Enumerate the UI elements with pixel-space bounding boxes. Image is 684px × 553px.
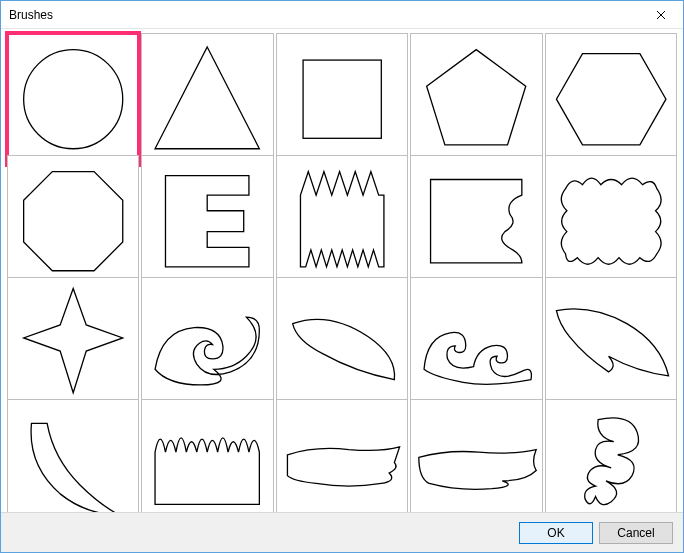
titlebar: Brushes <box>1 1 683 29</box>
brush-item[interactable]: HATCH-BRUSH-104 <box>410 33 542 153</box>
brush-thumb-wrap <box>410 155 542 287</box>
brush-item[interactable]: HATCH-BRUSH-201 <box>141 155 273 275</box>
brush-thumb-wrap <box>545 155 677 287</box>
brush-thumb-wrap <box>276 33 408 165</box>
brush-thumb-wrap <box>545 399 677 512</box>
brush-thumbnail <box>545 399 677 512</box>
brush-item[interactable]: HATCH-BRUSH-103 <box>276 33 408 153</box>
close-icon <box>656 10 666 20</box>
brush-item[interactable]: HATCH-BRUSH-302 <box>141 277 273 397</box>
brush-thumbnail <box>410 277 542 409</box>
brush-thumbnail <box>7 155 139 287</box>
window-title: Brushes <box>9 8 639 22</box>
ok-button[interactable]: OK <box>519 522 593 544</box>
brush-item[interactable]: HATCH-BRUSH-105 <box>545 33 677 153</box>
brush-item[interactable]: HATCH-BRUSH-305 <box>545 277 677 397</box>
brush-item[interactable]: HATCH-BRUSH-203 <box>410 155 542 275</box>
svg-marker-3 <box>427 50 526 145</box>
svg-marker-1 <box>155 47 259 149</box>
svg-point-0 <box>24 50 123 149</box>
brush-thumbnail <box>545 277 677 409</box>
brush-item[interactable]: HATCH-BRUSH-303 <box>276 277 408 397</box>
brush-item[interactable]: HATCH-BRUSH-401 <box>141 399 273 512</box>
brush-item[interactable]: HATCH-BRUSH-301 <box>7 277 139 397</box>
brush-thumb-wrap <box>276 399 408 512</box>
svg-marker-5 <box>24 172 123 271</box>
svg-marker-7 <box>300 172 383 267</box>
brush-grid: HATCH-BRUSH-101HATCH-BRUSH-102HATCH-BRUS… <box>7 33 677 512</box>
brush-thumbnail <box>141 155 273 287</box>
brush-thumbnail <box>276 155 408 287</box>
brush-thumb-wrap <box>7 399 139 512</box>
brush-thumb-wrap <box>545 33 677 165</box>
brush-item[interactable]: HATCH-BRUSH-304 <box>410 277 542 397</box>
brush-thumb-wrap <box>141 277 273 409</box>
content-area: HATCH-BRUSH-101HATCH-BRUSH-102HATCH-BRUS… <box>1 29 683 512</box>
brush-item[interactable]: HATCH-BRUSH-106 <box>7 155 139 275</box>
svg-marker-8 <box>24 288 123 392</box>
brush-thumbnail <box>141 399 273 512</box>
brush-thumb-wrap <box>141 399 273 512</box>
brush-item[interactable]: HATCH-BRUSH-102 <box>141 33 273 153</box>
brush-item[interactable]: HATCH-BRUSH-503 <box>545 399 677 512</box>
svg-marker-4 <box>556 54 666 145</box>
brush-item[interactable]: HATCH-BRUSH-101 <box>7 33 139 153</box>
brush-thumbnail <box>141 277 273 409</box>
brush-thumb-wrap <box>7 155 139 287</box>
brush-thumbnail <box>7 399 139 512</box>
brush-thumb-wrap <box>276 155 408 287</box>
svg-marker-6 <box>166 176 249 267</box>
brush-thumbnail <box>141 33 273 165</box>
brush-item[interactable]: HATCH-BRUSH-502 <box>410 399 542 512</box>
svg-rect-2 <box>303 60 381 138</box>
brush-thumbnail <box>276 399 408 512</box>
dialog-footer: OK Cancel <box>1 512 683 552</box>
brush-item[interactable]: HATCH-BRUSH-306 <box>7 399 139 512</box>
brush-thumb-wrap <box>7 277 139 409</box>
brush-thumbnail <box>410 399 542 512</box>
brush-item[interactable]: HATCH-BRUSH-501 <box>276 399 408 512</box>
brush-item[interactable]: HATCH-BRUSH-204 <box>545 155 677 275</box>
brush-thumb-wrap <box>410 277 542 409</box>
brushes-dialog: Brushes HATCH-BRUSH-101HATCH-BRUSH-102HA… <box>0 0 684 553</box>
brush-thumb-wrap <box>545 277 677 409</box>
brush-thumb-wrap <box>141 155 273 287</box>
brush-item[interactable]: HATCH-BRUSH-202 <box>276 155 408 275</box>
brush-thumb-wrap <box>410 33 542 165</box>
brush-thumbnail <box>276 277 408 409</box>
brush-thumb-wrap <box>7 33 139 165</box>
brush-thumbnail <box>410 155 542 287</box>
brush-thumbnail <box>545 155 677 287</box>
cancel-button[interactable]: Cancel <box>599 522 673 544</box>
brush-thumbnail <box>410 33 542 165</box>
brush-thumb-wrap <box>141 33 273 165</box>
brush-thumb-wrap <box>410 399 542 512</box>
brush-thumbnail <box>545 33 677 165</box>
brush-thumbnail <box>7 33 139 165</box>
brush-thumb-wrap <box>276 277 408 409</box>
close-button[interactable] <box>639 1 683 29</box>
brush-thumbnail <box>7 277 139 409</box>
brush-thumbnail <box>276 33 408 165</box>
